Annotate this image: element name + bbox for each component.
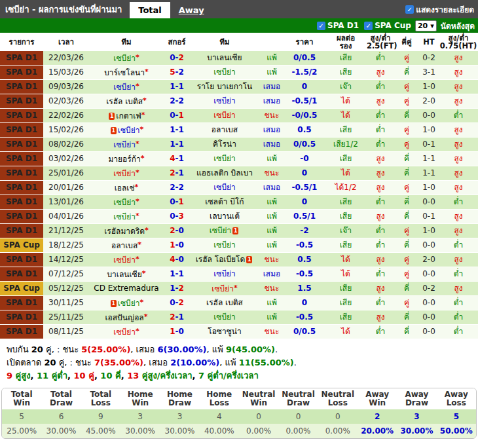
- home-team-name[interactable]: CD Extremadura: [94, 284, 158, 293]
- away-team-name[interactable]: ราโย บาเยกาโน: [197, 82, 253, 91]
- handicap-result: เสีย1/2: [325, 138, 367, 152]
- home-team-name[interactable]: อลาเบส: [111, 241, 138, 250]
- away-team-name[interactable]: เซบีย่า: [210, 226, 232, 235]
- home-team-name[interactable]: เอสปันญ่อล: [105, 313, 143, 322]
- away-team-name[interactable]: บาเลนเซีย: [207, 53, 242, 62]
- ft-score: 1-1: [164, 267, 190, 282]
- over-under-ht: ต่ำ: [439, 296, 478, 310]
- home-team-name[interactable]: เซบีย่า: [113, 327, 136, 337]
- away-team-name[interactable]: เซบีย่า: [213, 183, 236, 192]
- stats-count: 0: [278, 409, 318, 424]
- checkbox-checked-icon[interactable]: ✓: [317, 22, 325, 30]
- home-team-name[interactable]: มายอร์ก้า: [108, 155, 140, 164]
- away-team-name[interactable]: เซลต้า บีโก้: [205, 197, 244, 206]
- show-details-toggle[interactable]: ✓ แสดงรายละเอียด: [405, 3, 478, 16]
- result-wdl: แพ้: [259, 195, 284, 210]
- home-team-name[interactable]: เรฮัล เบติส: [106, 97, 143, 106]
- ht-score: 1-0: [419, 123, 439, 138]
- home-team-name[interactable]: เซบีย่า: [113, 83, 136, 92]
- table-row: SPA D122/02/261เกตาเฟ่*0-1เซบีย่าชนะ-0/0…: [0, 109, 478, 123]
- filter-spa-cup[interactable]: ✓SPA Cup: [364, 21, 411, 30]
- filter-spa-d1[interactable]: ✓SPA D1: [317, 21, 359, 30]
- away-team-name[interactable]: เรฮัล เบติส: [206, 298, 243, 307]
- away-team-name[interactable]: เซบีย่า: [211, 284, 234, 293]
- ht-score: 0-0: [419, 325, 439, 339]
- home-team-name[interactable]: เซบีย่า: [113, 255, 136, 265]
- match-date: 22/03/26: [43, 51, 89, 65]
- away-team-name[interactable]: เรฮัล โอเบียโด: [196, 255, 246, 264]
- home-team-name[interactable]: เซบีย่า: [113, 198, 136, 207]
- away-score: 2: [178, 53, 183, 62]
- away-team-name[interactable]: โอซาซูน่า: [208, 327, 242, 336]
- stats-table: Total WinTotal DrawTotal LossHome WinHom…: [2, 388, 476, 438]
- show-details-label: แสดงรายละเอียด: [416, 3, 474, 16]
- away-team-name[interactable]: เซบีย่า: [213, 269, 236, 278]
- stats-percents-row: 25.00%30.00%45.00%30.00%30.00%40.00%0.00…: [2, 424, 476, 438]
- recent-count-select[interactable]: 20 ▾: [415, 20, 437, 31]
- away-team-name[interactable]: เซบีย่า: [213, 240, 236, 250]
- home-team-name[interactable]: บาร์เซโลนา: [104, 68, 145, 77]
- result-wdl: ชนะ: [259, 253, 284, 267]
- home-team-name[interactable]: บาเลนเซีย: [107, 270, 141, 279]
- ht-score: 0-0: [419, 109, 439, 123]
- home-team-name[interactable]: เซบีย่า: [113, 54, 136, 63]
- away-team-name[interactable]: เซบีย่า: [213, 67, 236, 77]
- home-team: เซบีย่า*: [89, 138, 164, 152]
- table-row: SPA D114/12/25เซบีย่า*4-0เรฮัล โอเบียโด1…: [0, 253, 478, 267]
- result-wdl-text: เสมอ: [263, 125, 281, 134]
- home-team-name[interactable]: เอลเช่: [115, 183, 135, 193]
- home-team-name[interactable]: เซบีย่า: [118, 126, 140, 135]
- tab-total[interactable]: Total: [130, 2, 170, 18]
- away-team-name[interactable]: คิโรน่า: [213, 140, 236, 149]
- home-team-name[interactable]: เรฮัลมาดริด: [104, 227, 145, 236]
- checkbox-checked-icon[interactable]: ✓: [364, 22, 373, 30]
- summary-segment: 6(30.00%): [157, 345, 206, 354]
- home-score: 2: [170, 168, 175, 177]
- away-team-name[interactable]: เซบีย่า: [213, 111, 236, 120]
- match-date: 03/02/26: [43, 152, 89, 166]
- home-team: มายอร์ก้า*: [89, 152, 164, 166]
- handicap-result: เสีย: [325, 65, 367, 80]
- match-date: 08/11/25: [43, 325, 89, 339]
- result-wdl: ชนะ: [259, 282, 284, 296]
- home-team-name[interactable]: เซบีย่า: [118, 299, 140, 308]
- league-badge: SPA D1: [0, 152, 43, 166]
- away-team: ราโย บาเยกาโน: [190, 80, 259, 94]
- away-team: เลบานเต้: [190, 210, 259, 224]
- home-star-icon: *: [138, 240, 141, 249]
- away-score: 1: [178, 140, 183, 149]
- away-team: เซบีย่า: [190, 152, 259, 166]
- home-score: 2: [170, 96, 175, 105]
- odd-even: คี่: [394, 325, 419, 339]
- result-wdl-text: แพ้: [267, 240, 277, 250]
- away-team-name[interactable]: แอธเลติก บิลเบา: [196, 168, 253, 177]
- away-team-name[interactable]: อลาเบส: [211, 125, 238, 134]
- away-team-name[interactable]: เซบีย่า: [213, 312, 236, 322]
- tabs: TotalAway: [130, 2, 212, 18]
- home-team: อลาเบส*: [89, 238, 164, 253]
- away-score: 1: [178, 125, 183, 134]
- home-star-icon: *: [136, 212, 139, 220]
- match-date: 14/12/25: [43, 253, 89, 267]
- handicap-price: -0.5: [284, 267, 325, 282]
- home-team: เอลเช่*: [89, 181, 164, 195]
- result-wdl: แพ้: [259, 296, 284, 310]
- match-date: 07/12/25: [43, 267, 89, 282]
- tab-away[interactable]: Away: [170, 2, 213, 18]
- home-team-name[interactable]: เซบีย่า: [113, 169, 136, 178]
- checkbox-checked-icon[interactable]: ✓: [405, 5, 414, 14]
- over-under-ft: ต่ำ: [367, 224, 394, 238]
- home-team-name[interactable]: เซบีย่า: [113, 140, 136, 149]
- away-team-name[interactable]: เซบีย่า: [213, 96, 236, 105]
- stats-counts-row: 569334000235: [2, 409, 476, 424]
- table-row: SPA D130/11/251เซบีย่า*0-2เรฮัล เบติสแพ้…: [0, 296, 478, 310]
- summary-segment: เปิดตลาด: [7, 358, 44, 367]
- table-row: SPA D121/12/25เรฮัลมาดริด*2-0เซบีย่า1แพ้…: [0, 224, 478, 238]
- column-header: ราคา: [284, 33, 325, 51]
- ft-score: 2-0: [164, 224, 190, 238]
- away-team-name[interactable]: เซบีย่า: [213, 154, 236, 163]
- over-under-ht: สูง: [439, 138, 478, 152]
- home-team-name[interactable]: เซบีย่า: [113, 212, 136, 221]
- away-team-name[interactable]: เลบานเต้: [210, 212, 240, 221]
- home-team-name[interactable]: เกตาเฟ่: [116, 111, 141, 121]
